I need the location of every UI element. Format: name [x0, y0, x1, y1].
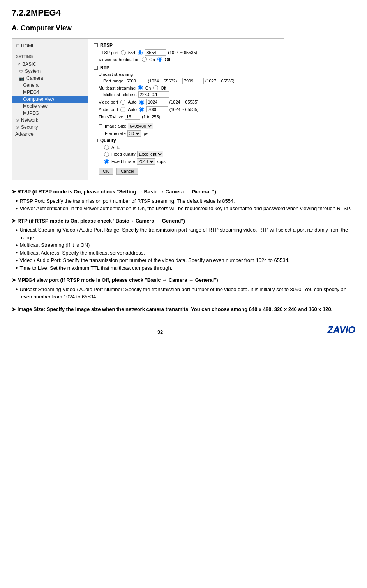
quality-bitrate-row: Fixed bitrate 2048 1024 512 kbps [103, 158, 278, 165]
sidebar-item-general[interactable]: General [12, 82, 88, 89]
quality-radio-fixed[interactable] [104, 152, 109, 157]
ttl-label: Time-To-Live [99, 114, 123, 119]
sidebar-item-mpeg4[interactable]: MPEG4 [12, 89, 88, 96]
quality-checkbox[interactable] [94, 139, 98, 142]
rtsp-port-label: RTSP port [99, 50, 118, 55]
rtsp-bullet-2: Viewer Authentication: If the viewer aut… [16, 205, 355, 212]
rtp-header: RTP [94, 65, 278, 70]
quality-auto-row: Auto [103, 145, 278, 150]
sidebar-item-security[interactable]: ⚙ Security [12, 124, 88, 131]
image-size-checkbox[interactable] [99, 124, 102, 128]
rtp-section: RTP Unicast streaming Port range (1024 ~… [94, 65, 278, 120]
audio-port-auto-label: Auto [128, 107, 137, 112]
video-port-auto-label: Auto [128, 100, 137, 104]
section-title: 7.2.2MPEG4 [12, 8, 355, 20]
video-port-range: (1024 ~ 65535) [169, 100, 199, 104]
frame-rate-row: Frame rate 30 25 20 15 10 5 fps [99, 130, 278, 137]
frame-rate-checkbox[interactable] [99, 132, 102, 135]
multicast-addr-input[interactable] [138, 91, 169, 98]
subsection-title: A. Computer View [12, 24, 355, 32]
cancel-button[interactable]: Cancel [116, 168, 138, 175]
rtp-checkbox[interactable] [94, 66, 98, 70]
rtsp-checkbox[interactable] [94, 43, 98, 47]
port-range-end-input[interactable] [182, 78, 204, 84]
unicast-label: Unicast streaming [99, 72, 133, 77]
rtsp-bullet-list: RTSP Port: Specify the transmission port… [12, 197, 355, 212]
ttl-range: (1 to 255) [142, 114, 160, 119]
frame-rate-label: Frame rate [105, 131, 126, 136]
multicast-addr-row: Multicast address [103, 91, 278, 98]
rtsp-port-radio-554[interactable] [121, 50, 126, 55]
multicast-radio-off[interactable] [153, 85, 158, 90]
audio-port-row: Audio port Auto (1024 ~ 65535) [99, 106, 278, 112]
video-port-radio-auto[interactable] [120, 100, 125, 105]
quality-bitrate-select[interactable]: 2048 1024 512 [137, 158, 155, 165]
port-range-end-note: (1027 ~ 65535) [205, 79, 235, 83]
frame-rate-unit: fps [143, 131, 148, 136]
rtsp-port-radio-custom[interactable] [138, 50, 143, 55]
ui-panel: ☐ HOME SETTING ▿ BASIC ⚙ System 📷 Camera… [12, 38, 284, 180]
system-icon: ⚙ [19, 69, 23, 74]
security-label: Security [21, 125, 38, 130]
multicast-off-label: Off [161, 86, 166, 90]
port-range-label: Port range [103, 79, 123, 83]
rtsp-label: RTSP [100, 42, 113, 48]
sidebar-item-system[interactable]: ⚙ System [12, 68, 88, 75]
quality-fixed-row: Fixed quality Excellent Good Standard Ba… [103, 151, 278, 157]
audio-port-radio-custom[interactable] [139, 107, 144, 112]
network-label: Network [21, 118, 38, 123]
security-icon: ⚙ [15, 125, 19, 130]
audio-port-label: Audio port [99, 107, 118, 112]
viewer-auth-label: Viewer authentication [99, 57, 139, 62]
mpeg4-desc-header: ➤ MPEG4 view port (if RTSP mode is Off, … [12, 277, 218, 283]
multicast-label: Multicast streaming [99, 86, 136, 90]
rtsp-port-554: 554 [128, 50, 135, 55]
sidebar-item-computer-view[interactable]: Computer view [12, 96, 88, 103]
video-port-row: Video port Auto (1024 ~ 65535) [99, 99, 278, 105]
quality-fixed-label: Fixed quality [111, 152, 136, 156]
video-port-radio-custom[interactable] [139, 100, 144, 105]
quality-auto-label: Auto [111, 145, 120, 150]
image-size-select[interactable]: 640x480 320x240 160x120 [128, 123, 153, 129]
ok-button[interactable]: OK [99, 168, 113, 175]
rtp-bullet-1: Unicast Streaming Video / Audio Port Ran… [16, 226, 355, 241]
audio-port-input[interactable] [146, 106, 168, 112]
quality-radio-bitrate[interactable] [104, 159, 109, 164]
port-range-start-input[interactable] [125, 78, 146, 84]
sidebar-item-network[interactable]: ⚙ Network [12, 117, 88, 124]
multicast-radio-on[interactable] [138, 85, 143, 90]
port-range-row: Port range (1024 ~ 65532) ~ (1027 ~ 6553… [103, 78, 278, 84]
quality-label: Quality [100, 138, 116, 143]
viewer-auth-radio-off[interactable] [157, 57, 162, 62]
viewer-auth-radio-on[interactable] [142, 57, 147, 62]
viewer-auth-row: Viewer authentication On Off [99, 57, 278, 62]
sidebar-item-advance[interactable]: Advance [12, 131, 88, 138]
rtp-desc-header: ➤ RTP (if RTSP mode is On, please check … [12, 218, 185, 224]
rtsp-port-row: RTSP port 554 (1024 ~ 65535) [99, 49, 278, 56]
system-label: System [25, 68, 41, 74]
network-icon: ⚙ [15, 118, 19, 123]
multicast-addr-label: Multicast address [103, 92, 137, 97]
logo-area: ZAVIO [309, 325, 355, 335]
sidebar-item-camera[interactable]: 📷 Camera [12, 75, 88, 82]
rtp-description: ➤ RTP (if RTSP mode is On, please check … [12, 217, 355, 272]
rtsp-port-range: (1024 ~ 65535) [168, 50, 197, 55]
audio-port-radio-auto[interactable] [120, 107, 125, 112]
sidebar-item-mobile-view[interactable]: Mobile view [12, 103, 88, 110]
rtsp-port-input[interactable] [145, 49, 166, 56]
sidebar-item-basic[interactable]: ▿ BASIC [12, 60, 88, 68]
frame-rate-select[interactable]: 30 25 20 15 10 5 [127, 130, 141, 137]
video-port-input[interactable] [146, 99, 168, 105]
quality-radio-auto[interactable] [104, 145, 109, 150]
quality-fixed-select[interactable]: Excellent Good Standard Basic [137, 151, 163, 157]
sidebar-item-mjpeg[interactable]: MJPEG [12, 110, 88, 117]
basic-group: ▿ BASIC ⚙ System 📷 Camera General MPEG4 … [12, 60, 88, 139]
rtp-bullet-2: Multicast Streaming (If it is ON) [16, 241, 355, 249]
footer: 32 ZAVIO [12, 321, 355, 335]
ttl-input[interactable] [125, 114, 140, 120]
rtp-bullet-4: Video / Audio Port: Specify the transmis… [16, 256, 355, 264]
page-container: 7.2.2MPEG4 A. Computer View ☐ HOME SETTI… [0, 0, 367, 343]
image-size-row: Image Size 640x480 320x240 160x120 [99, 123, 278, 129]
camera-icon: 📷 [19, 76, 25, 81]
sidebar-home[interactable]: ☐ HOME [12, 42, 88, 52]
